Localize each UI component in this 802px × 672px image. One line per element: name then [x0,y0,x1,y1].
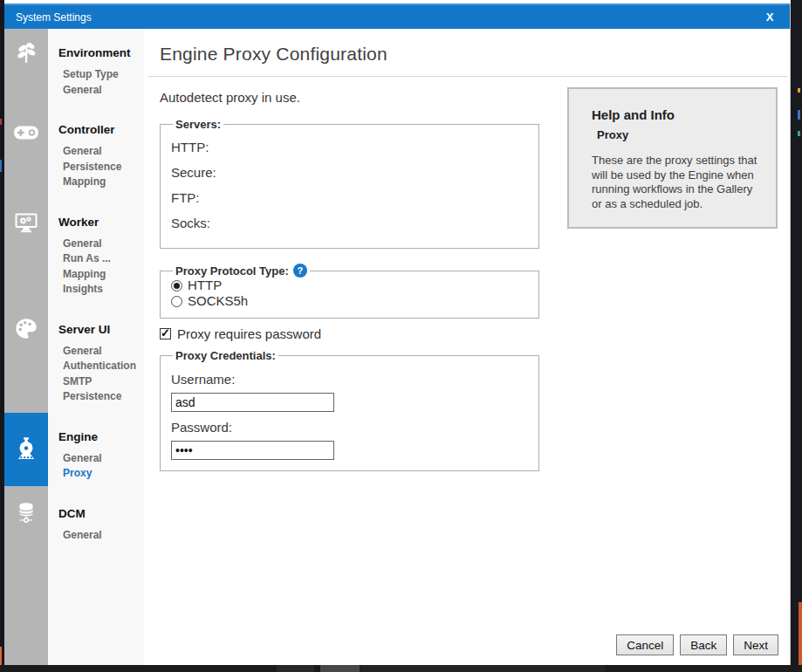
nav-section-environment: Environment [58,46,144,60]
rail-item-controller[interactable] [4,111,48,154]
proxy-password-checkbox-label: Proxy requires password [177,326,321,341]
protocol-fieldset: Proxy Protocol Type: ? HTTP SOCKS5h [160,264,539,319]
desktop-pixel-accent [798,131,800,136]
titlebar: System Settings X [4,3,790,29]
server-label-secure: Secure: [171,160,531,185]
window-title: System Settings [4,11,92,24]
nav-item-server-ui-smtp[interactable]: SMTP [58,374,144,390]
desktop-pixel-accent [798,88,800,93]
taskbar-segment [277,665,314,672]
footer-buttons: Cancel Back Next [616,634,778,655]
proxy-password-check-row[interactable]: Proxy requires password [160,326,539,341]
radio-row-http[interactable]: HTTP [171,278,531,293]
nav-section-engine: Engine [58,430,144,444]
database-icon [15,501,38,524]
rail-item-dcm[interactable] [4,490,48,534]
help-subtitle: Proxy [597,128,765,141]
help-question-icon[interactable]: ? [293,264,307,278]
help-and-info-box: Help and Info Proxy These are the proxy … [567,87,778,229]
desktop-pixel-accent [0,160,2,172]
proxy-password-checkbox[interactable] [160,328,171,339]
desktop-edge-right [791,0,802,672]
username-label: Username: [171,372,531,387]
icon-rail [4,29,48,665]
nav-item-controller-general[interactable]: General [58,144,144,160]
rail-item-server-ui[interactable] [4,307,48,351]
desktop-pixel-accent [0,119,2,125]
nav-item-engine-general[interactable]: General [58,451,144,467]
credentials-fieldset: Proxy Credentials: Username: Password: [160,349,539,471]
gamepad-icon [13,124,39,141]
autodetect-text: Autodetect proxy in use. [160,90,539,105]
taskbar-strip [0,665,802,672]
radio-socks5h[interactable] [171,296,182,307]
nav-section-controller: Controller [58,123,144,137]
servers-fieldset: Servers: HTTP: Secure: FTP: Socks: [160,118,539,249]
taskbar-segment [320,665,360,672]
protocol-legend: Proxy Protocol Type: ? [173,264,310,278]
rail-item-engine[interactable] [4,413,48,486]
help-text: These are the proxy settings that will b… [592,154,765,211]
server-label-ftp: FTP: [171,185,531,210]
palette-icon [14,317,38,341]
close-icon[interactable]: X [757,5,782,29]
nav-item-worker-run-as[interactable]: Run As ... [58,251,144,267]
plant-icon [14,40,38,65]
radio-row-socks5h[interactable]: SOCKS5h [171,293,531,309]
nav-item-server-ui-persistence[interactable]: Persistence [58,389,144,405]
desktop-edge-left [0,0,4,672]
nav-item-server-ui-authentication[interactable]: Authentication [58,359,144,374]
help-title: Help and Info [592,107,765,122]
server-label-socks: Socks: [171,210,531,236]
radio-http[interactable] [171,280,182,291]
back-button[interactable]: Back [680,634,727,655]
nav-section-server-ui: Server UI [58,323,144,337]
system-settings-window: System Settings X [4,3,791,665]
nav-item-worker-mapping[interactable]: Mapping [58,267,144,283]
train-icon [13,436,39,463]
nav-item-controller-persistence[interactable]: Persistence [58,160,144,175]
password-label: Password: [171,420,531,435]
page-title: Engine Proxy Configuration [144,29,790,65]
rail-item-worker[interactable] [4,201,48,244]
monitor-gears-icon [14,212,38,233]
nav-item-server-ui-general[interactable]: General [58,344,144,360]
nav-item-dcm-general[interactable]: General [58,528,144,544]
nav-item-worker-general[interactable]: General [58,237,144,252]
radio-http-label: HTTP [188,278,222,293]
username-input[interactable] [171,393,334,412]
cancel-button[interactable]: Cancel [616,634,674,655]
main-panel: Engine Proxy Configuration Autodetect pr… [144,29,790,665]
next-button[interactable]: Next [733,634,778,655]
settings-nav: Environment Setup Type General Controlle… [48,29,144,665]
password-input[interactable] [171,441,334,460]
rail-item-environment[interactable] [4,31,48,74]
server-label-http: HTTP: [171,134,531,160]
credentials-legend: Proxy Credentials: [173,349,278,362]
desktop-pixel-accent [0,647,2,665]
protocol-legend-text: Proxy Protocol Type: [175,264,289,278]
servers-legend: Servers: [173,118,223,131]
nav-item-controller-mapping[interactable]: Mapping [58,175,144,190]
taskbar-segment [360,665,605,672]
desktop-pixel-accent [798,110,800,120]
nav-section-dcm: DCM [58,507,144,521]
nav-item-engine-proxy[interactable]: Proxy [58,466,144,482]
radio-socks5h-label: SOCKS5h [188,293,248,309]
nav-item-setup-type[interactable]: Setup Type [58,67,144,83]
nav-item-worker-insights[interactable]: Insights [58,282,144,298]
desktop-pixel-accent [799,602,802,665]
nav-section-worker: Worker [58,216,144,230]
nav-item-environment-general[interactable]: General [58,83,144,99]
